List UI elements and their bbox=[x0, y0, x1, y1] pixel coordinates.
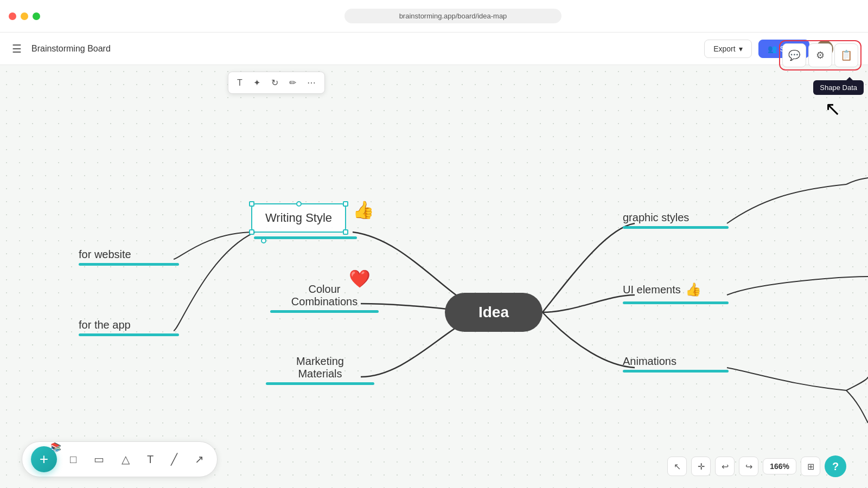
close-button[interactable] bbox=[9, 12, 16, 20]
top-toolbar: ☰ Brainstorming Board Export ▾ 👥 Share 👤… bbox=[0, 33, 868, 65]
title-bar: brainstorming.app/board/idea-map bbox=[0, 0, 868, 33]
stack-icon: 📚 bbox=[50, 442, 61, 452]
data-icon: 📋 bbox=[840, 49, 852, 61]
writing-style-label: Writing Style bbox=[265, 211, 332, 224]
edit-tool[interactable]: ✏ bbox=[287, 75, 298, 90]
comment-icon: 💬 bbox=[788, 49, 800, 61]
for-website-bar bbox=[79, 263, 179, 266]
help-button[interactable]: ? bbox=[825, 455, 846, 477]
rounded-rect-tool[interactable]: ▭ bbox=[90, 451, 108, 468]
chevron-down-icon: ▾ bbox=[739, 44, 743, 53]
shape-tool[interactable]: △ bbox=[117, 451, 134, 468]
comment-button[interactable]: 💬 bbox=[782, 43, 806, 67]
pointer-icon: ↖ bbox=[674, 461, 681, 472]
right-panel-wrapper: 💬 ⚙ 📋 bbox=[779, 40, 861, 70]
for-website-label: for website bbox=[79, 248, 131, 261]
url-bar[interactable]: brainstorming.app/board/idea-map bbox=[344, 9, 561, 23]
maximize-button[interactable] bbox=[33, 12, 40, 20]
for-website-node[interactable]: for website bbox=[79, 248, 179, 266]
handle-tr[interactable] bbox=[343, 201, 348, 207]
more-tool[interactable]: ⋯ bbox=[305, 75, 318, 90]
handle-bm[interactable] bbox=[261, 238, 266, 243]
heart-emoji: ❤️ bbox=[349, 268, 371, 289]
for-the-app-label: for the app bbox=[79, 319, 131, 331]
move-tool-btn[interactable]: ✛ bbox=[691, 457, 711, 476]
writing-style-node[interactable]: Writing Style bbox=[251, 203, 346, 233]
connector-tool[interactable]: ✦ bbox=[251, 75, 263, 90]
export-label: Export bbox=[713, 44, 735, 53]
bottom-toolbar: + 📚 □ ▭ △ T ╱ ↗ bbox=[22, 441, 218, 477]
marketing-materials-node[interactable]: Marketing Materials bbox=[266, 355, 374, 385]
bottom-right: ↖ ✛ ↩ ↪ 166% ⊞ ? bbox=[667, 455, 846, 477]
select-tool[interactable]: ↗ bbox=[190, 451, 208, 468]
rotate-tool[interactable]: ↻ bbox=[269, 75, 280, 90]
add-icon: + bbox=[40, 452, 48, 467]
redo-button[interactable]: ↪ bbox=[739, 457, 758, 476]
help-icon: ? bbox=[832, 460, 839, 473]
filter-button[interactable]: ⚙ bbox=[808, 43, 832, 67]
rectangle-tool[interactable]: □ bbox=[66, 451, 81, 468]
writing-style-bar bbox=[254, 236, 357, 239]
grid-icon: ⊞ bbox=[807, 461, 814, 472]
menu-icon[interactable]: ☰ bbox=[9, 39, 25, 59]
idea-node[interactable]: Idea bbox=[445, 293, 542, 332]
board-title: Brainstorming Board bbox=[31, 44, 111, 54]
animations-label: Animations bbox=[623, 355, 676, 368]
for-the-app-node[interactable]: for the app bbox=[79, 319, 179, 336]
marketing-label: Marketing bbox=[296, 355, 344, 368]
colour-label: Colour bbox=[309, 283, 341, 296]
colour-bar bbox=[270, 310, 379, 313]
undo-icon: ↩ bbox=[722, 461, 729, 472]
handle-tm[interactable] bbox=[296, 201, 302, 207]
text-tool[interactable]: T bbox=[235, 76, 245, 90]
redo-icon: ↪ bbox=[745, 461, 752, 472]
handle-br[interactable] bbox=[343, 229, 348, 235]
title-bar-center: brainstorming.app/board/idea-map bbox=[47, 9, 859, 23]
traffic-lights bbox=[9, 12, 40, 20]
export-button[interactable]: Export ▾ bbox=[704, 40, 751, 58]
filter-icon: ⚙ bbox=[816, 49, 825, 61]
shape-data-tooltip: Shape Data bbox=[813, 80, 864, 95]
idea-label: Idea bbox=[478, 304, 509, 321]
materials-label: Materials bbox=[298, 368, 342, 380]
share-icon: 👥 bbox=[768, 44, 777, 53]
ui-elements-label: UI elements bbox=[623, 284, 681, 296]
animations-bar bbox=[623, 370, 729, 373]
animations-node[interactable]: Animations bbox=[623, 355, 729, 373]
graphic-styles-bar bbox=[623, 226, 729, 229]
handle-bl[interactable] bbox=[249, 229, 254, 235]
marketing-bar bbox=[266, 382, 374, 385]
for-the-app-bar bbox=[79, 333, 179, 336]
text-tool[interactable]: T bbox=[143, 451, 158, 468]
combinations-label: Combinations bbox=[291, 296, 358, 308]
graphic-styles-node[interactable]: graphic styles bbox=[623, 211, 729, 229]
shape-toolbar: T ✦ ↻ ✏ ⋯ bbox=[228, 72, 325, 94]
ui-elements-bar bbox=[623, 301, 729, 304]
shape-data-button[interactable]: 📋 bbox=[834, 43, 858, 67]
thumbs-up-emoji-ui: 👍 bbox=[685, 282, 701, 297]
ui-elements-node[interactable]: UI elements 👍 bbox=[623, 282, 701, 297]
add-button[interactable]: + 📚 bbox=[31, 446, 57, 472]
mindmap-svg bbox=[0, 65, 868, 488]
graphic-styles-label: graphic styles bbox=[623, 211, 689, 224]
canvas[interactable]: Writing Style 👍 ❤️ Colour Combinations M… bbox=[0, 65, 868, 488]
move-icon: ✛ bbox=[698, 461, 705, 472]
line-tool[interactable]: ╱ bbox=[167, 451, 182, 468]
minimize-button[interactable] bbox=[21, 12, 28, 20]
cursor: ↖ bbox=[825, 98, 841, 120]
thumbs-up-emoji-writing: 👍 bbox=[353, 200, 374, 220]
pointer-tool-btn[interactable]: ↖ bbox=[667, 457, 687, 476]
zoom-display: 166% bbox=[763, 458, 796, 474]
grid-button[interactable]: ⊞ bbox=[801, 457, 820, 476]
handle-tl[interactable] bbox=[249, 201, 254, 207]
undo-button[interactable]: ↩ bbox=[715, 457, 735, 476]
